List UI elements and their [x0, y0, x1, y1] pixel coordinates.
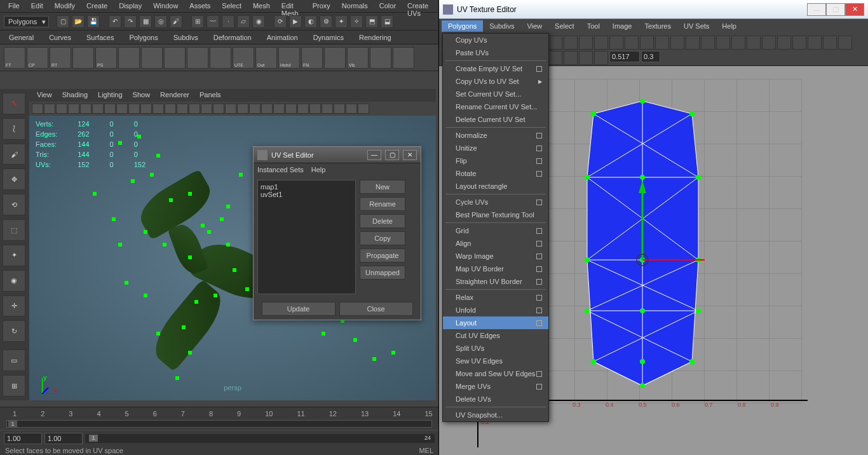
uv-coord-v[interactable]	[641, 51, 660, 62]
uvtex-menu-subdivs[interactable]: Subdivs	[483, 20, 520, 32]
four-view-icon[interactable]: ⊞	[3, 375, 25, 397]
shelf-tab-subdivs[interactable]: Subdivs	[168, 32, 203, 43]
uvtex-tool-21[interactable]	[762, 36, 776, 50]
uvtex-tool-24[interactable]	[808, 36, 822, 50]
vp-icon-23[interactable]	[309, 104, 321, 114]
uv-texture-editor-titlebar[interactable]: UV Texture Editor — ▢ ✕	[439, 0, 868, 19]
uv-set-editor-titlebar[interactable]: UV Set Editor — ▢ ✕	[254, 147, 421, 163]
uvtex-tool-10[interactable]	[594, 36, 608, 50]
shelf-tab-rendering[interactable]: Rendering	[354, 32, 397, 43]
timeline[interactable]: 123456789101112131415 1	[0, 407, 438, 430]
shelf-icon-1[interactable]: CP	[27, 47, 48, 69]
minimize-button[interactable]: —	[367, 150, 381, 160]
menu-edit-mesh[interactable]: Edit Mesh	[276, 0, 307, 12]
menu-item-create-empty-uv-set[interactable]: Create Empty UV Set	[443, 62, 548, 75]
open-scene-icon[interactable]: 📂	[72, 15, 85, 28]
menu-item-align[interactable]: Align	[443, 237, 548, 250]
menu-item-normalize[interactable]: Normalize	[443, 129, 548, 142]
paint-icon[interactable]: 🖌	[170, 15, 182, 28]
rename-button[interactable]: Rename	[360, 197, 405, 211]
uvtex-tool-22[interactable]	[777, 36, 791, 50]
menu-item-layout[interactable]: Layout	[443, 316, 548, 329]
uvtex-tool-17[interactable]	[701, 36, 715, 50]
shelf-icon-11[interactable]: Out	[255, 47, 277, 69]
menu-item-layout-rectangle[interactable]: Layout rectangle	[443, 180, 548, 193]
maximize-button[interactable]: ▢	[385, 150, 399, 160]
rotate-tool[interactable]: ⟲	[3, 194, 25, 215]
shelf-icon-3[interactable]	[72, 47, 94, 69]
tool3-icon[interactable]: ⬒	[365, 15, 378, 28]
vp-icon-4[interactable]	[80, 104, 92, 114]
shelf-icon-0[interactable]: FT	[4, 47, 25, 69]
vp-menu-lighting[interactable]: Lighting	[93, 89, 128, 102]
uvtex-tool-18[interactable]	[716, 36, 730, 50]
shelf-icon-6[interactable]	[141, 47, 163, 69]
shelf-icon-15[interactable]: Vis	[347, 47, 369, 69]
menu-item-delete-uvs[interactable]: Delete UVs	[443, 393, 548, 405]
uvtex-tool-37[interactable]	[594, 51, 608, 65]
new-scene-icon[interactable]: ▢	[57, 15, 69, 28]
lasso-tool[interactable]: ⟅	[3, 118, 25, 140]
vp-icon-6[interactable]	[104, 104, 116, 114]
option-box-icon[interactable]	[536, 295, 542, 301]
shelf-tab-deformation[interactable]: Deformation	[208, 32, 257, 43]
vp-icon-11[interactable]	[165, 104, 176, 114]
shelf-tab-polygons[interactable]: Polygons	[124, 32, 163, 43]
render-icon[interactable]: ▶	[289, 15, 302, 28]
last-tool[interactable]: ↻	[3, 320, 25, 342]
vp-icon-3[interactable]	[68, 104, 79, 114]
menu-item-unfold[interactable]: Unfold	[443, 304, 548, 316]
uvtex-tool-16[interactable]	[686, 36, 700, 50]
option-box-icon[interactable]	[536, 200, 542, 205]
vp-icon-2[interactable]	[56, 104, 67, 114]
menu-display[interactable]: Display	[113, 0, 147, 12]
menu-create[interactable]: Create	[81, 0, 113, 12]
shelf-tab-curves[interactable]: Curves	[44, 32, 76, 43]
menu-item-sew-uv-edges[interactable]: Sew UV Edges	[443, 355, 548, 367]
vp-icon-16[interactable]	[225, 104, 236, 114]
vp-icon-20[interactable]	[273, 104, 285, 114]
option-box-icon[interactable]	[536, 171, 542, 177]
shelf-icon-17[interactable]	[393, 47, 414, 69]
delete-button[interactable]: Delete	[360, 214, 405, 228]
vp-icon-26[interactable]	[346, 104, 357, 114]
menu-file[interactable]: File	[3, 0, 25, 12]
single-view-icon[interactable]: ▭	[3, 350, 25, 371]
option-box-icon[interactable]	[536, 266, 542, 272]
vp-icon-21[interactable]	[285, 104, 297, 114]
menu-assets[interactable]: Assets	[184, 0, 216, 12]
menu-item-cut-uv-edges[interactable]: Cut UV Edges	[443, 329, 548, 342]
vp-icon-12[interactable]	[177, 104, 188, 114]
close-button[interactable]: ✕	[845, 3, 864, 16]
range-slider[interactable]: 1 24	[85, 434, 435, 443]
soft-mod-tool[interactable]: ◉	[3, 270, 25, 292]
close-button[interactable]: ✕	[403, 150, 417, 160]
menu-edit[interactable]: Edit	[25, 0, 49, 12]
uv-coord-u[interactable]	[609, 51, 640, 62]
option-box-icon[interactable]	[536, 66, 542, 72]
option-box-icon[interactable]	[536, 308, 542, 313]
uvset-item[interactable]: map1	[261, 183, 353, 191]
uvtex-tool-7[interactable]	[548, 36, 562, 50]
uvtex-menu-textures[interactable]: Textures	[638, 20, 677, 32]
menu-item-relax[interactable]: Relax	[443, 291, 548, 304]
uvtex-tool-26[interactable]	[838, 36, 852, 50]
vp-menu-view[interactable]: View	[32, 89, 57, 102]
snap-grid-icon[interactable]: ⊞	[191, 15, 204, 28]
uvtex-tool-14[interactable]	[655, 36, 669, 50]
menu-proxy[interactable]: Proxy	[307, 0, 336, 12]
unmapped-button[interactable]: Unmapped	[360, 266, 405, 280]
snap-plane-icon[interactable]: ▱	[237, 15, 250, 28]
menu-item-unitize[interactable]: Unitize	[443, 142, 548, 154]
vp-icon-10[interactable]	[153, 104, 164, 114]
vp-icon-1[interactable]	[44, 104, 55, 114]
menu-item-split-uvs[interactable]: Split UVs	[443, 342, 548, 355]
option-box-icon[interactable]	[536, 320, 542, 326]
uvtex-tool-34[interactable]	[548, 51, 562, 65]
menu-item-best-plane-texturing-tool[interactable]: Best Plane Texturing Tool	[443, 208, 548, 221]
menu-item-merge-uvs[interactable]: Merge UVs	[443, 380, 548, 393]
uvtex-menu-select[interactable]: Select	[548, 20, 581, 32]
option-box-icon[interactable]	[536, 146, 542, 151]
menu-mesh[interactable]: Mesh	[247, 0, 276, 12]
lasso-icon[interactable]: ◎	[154, 15, 167, 28]
